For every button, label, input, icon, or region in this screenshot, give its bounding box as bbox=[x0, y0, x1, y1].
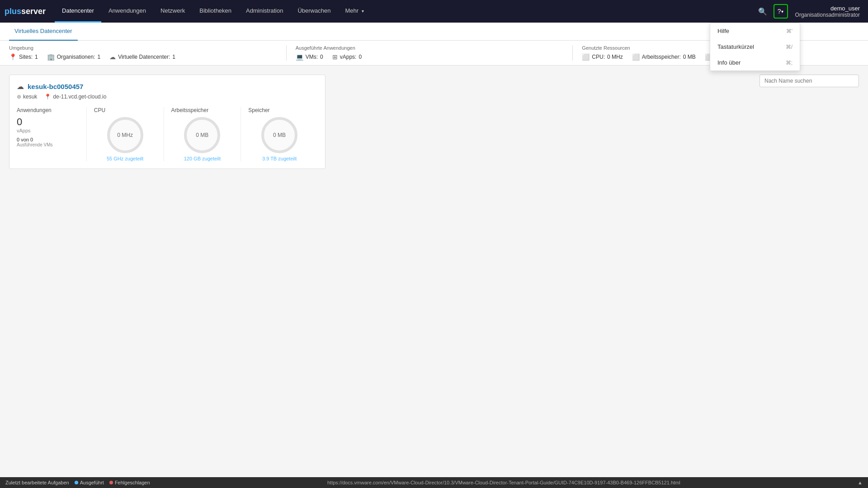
metric-arbeitsspeicher: Arbeitsspeicher 0 MB 120 GB zugeteilt bbox=[164, 107, 241, 161]
vdc-endpoint: 📍 de-11.vcd.get-cloud.io bbox=[44, 94, 106, 100]
nav-item-bibliotheken[interactable]: Bibliotheken bbox=[192, 0, 239, 23]
arbeitsspeicher-gauge: 0 MB 120 GB zugeteilt bbox=[171, 117, 234, 161]
stats-ausgefuehrte: Ausgeführte Anwendungen 💻 VMs: 0 ⊞ vApps… bbox=[287, 45, 573, 61]
vdc-icon: ☁ bbox=[109, 53, 116, 61]
nav-item-uberwachen[interactable]: Überwachen bbox=[290, 0, 338, 23]
vapps-value: 0 bbox=[359, 54, 362, 60]
cpu-gauge: 0 MHz 55 GHz zugeteilt bbox=[94, 117, 156, 161]
user-role-text: Organisationsadministrator bbox=[795, 12, 860, 18]
organisationen-icon: 🏢 bbox=[47, 53, 55, 61]
nav-item-anwendungen[interactable]: Anwendungen bbox=[101, 0, 153, 23]
logo-text: plus bbox=[5, 7, 21, 16]
metric-speicher: Speicher 0 MB 3.9 TB zugeteilt bbox=[241, 107, 318, 161]
info-uber-shortcut: ⌘; bbox=[786, 60, 793, 66]
vapps-label: vApps: bbox=[340, 54, 357, 60]
metric-cpu: CPU 0 MHz 55 GHz zugeteilt bbox=[87, 107, 164, 161]
arbeitsspeicher-gauge-circle: 0 MB bbox=[184, 117, 220, 153]
cpu-metric-label: CPU bbox=[94, 107, 156, 113]
speicher-gauge: 0 MB 3.9 TB zugeteilt bbox=[248, 117, 311, 161]
vms-value: 0 bbox=[320, 54, 323, 60]
vdc-value: 1 bbox=[172, 54, 175, 60]
vdc-card: ☁ kesuk-bc0050457 ⊕ kesuk 📍 de-11.vcd.ge… bbox=[9, 75, 326, 169]
anwendungen-count: 0 bbox=[17, 117, 79, 127]
vdc-metrics: Anwendungen 0 vApps 0 von 0 Ausführende … bbox=[17, 107, 318, 161]
anwendungen-sub: vApps bbox=[17, 128, 79, 133]
stats-ausgefuehrte-items: 💻 VMs: 0 ⊞ vApps: 0 bbox=[296, 53, 564, 61]
nav-items: Datencenter Anwendungen Netzwerk Bibliot… bbox=[55, 0, 755, 23]
nav-item-mehr[interactable]: Mehr bbox=[338, 0, 371, 23]
vapps-icon: ⊞ bbox=[332, 53, 338, 61]
endpoint-icon: 📍 bbox=[44, 94, 51, 100]
app-logo[interactable]: plusserver bbox=[5, 7, 46, 16]
stats-umgebung-items: 📍 Sites: 1 🏢 Organisationen: 1 ☁ Virtuel… bbox=[9, 53, 277, 61]
subnav-tab-virtuelles[interactable]: Virtuelles Datencenter bbox=[9, 23, 78, 41]
hilfe-label: Hilfe bbox=[717, 28, 729, 34]
search-button[interactable]: 🔍 bbox=[755, 4, 770, 19]
vms-icon: 💻 bbox=[296, 53, 303, 61]
stats-ausgefuehrte-title: Ausgeführte Anwendungen bbox=[296, 45, 564, 51]
vdc-label: Virtuelle Datencenter: bbox=[118, 54, 170, 60]
vdc-meta: ⊕ kesuk 📍 de-11.vcd.get-cloud.io bbox=[17, 94, 318, 100]
main-content: ☁ kesuk-bc0050457 ⊕ kesuk 📍 de-11.vcd.ge… bbox=[0, 66, 868, 178]
help-menu-hilfe[interactable]: Hilfe ⌘' bbox=[710, 23, 800, 39]
stat-organisationen: 🏢 Organisationen: 1 bbox=[47, 53, 100, 61]
cpu-value: 0 MHz bbox=[607, 54, 623, 60]
arbeitsspeicher-gauge-value: 0 MB bbox=[196, 132, 208, 138]
speicher-allocated: 3.9 TB zugeteilt bbox=[262, 156, 297, 161]
cpu-icon: ⬜ bbox=[582, 53, 590, 61]
sidebar-search bbox=[760, 75, 859, 169]
arbeitsspeicher-allocated: 120 GB zugeteilt bbox=[184, 156, 221, 161]
anwendungen-label: Anwendungen bbox=[17, 107, 79, 113]
info-uber-label: Info über bbox=[717, 59, 741, 66]
anwendungen-running: 0 von 0 bbox=[17, 137, 79, 142]
nav-item-administration[interactable]: Administration bbox=[239, 0, 290, 23]
stat-cpu: ⬜ CPU: 0 MHz bbox=[582, 53, 623, 61]
nav-item-netzwerk[interactable]: Netzwerk bbox=[153, 0, 192, 23]
cpu-gauge-circle: 0 MHz bbox=[107, 117, 143, 153]
help-button[interactable]: ?▾ bbox=[774, 4, 788, 19]
vdc-title[interactable]: kesuk-bc0050457 bbox=[28, 83, 83, 90]
tastaturkurzel-label: Tastaturkürzel bbox=[717, 43, 754, 50]
user-menu[interactable]: demo_user Organisationsadministrator bbox=[792, 5, 863, 18]
top-navigation: plusserver Datencenter Anwendungen Netzw… bbox=[0, 0, 868, 23]
logo-text-2: server bbox=[21, 7, 46, 16]
cpu-allocated: 55 GHz zugeteilt bbox=[107, 156, 143, 161]
mehr-chevron-icon bbox=[360, 7, 364, 14]
content-area: ☁ kesuk-bc0050457 ⊕ kesuk 📍 de-11.vcd.ge… bbox=[9, 75, 750, 169]
vdc-header: ☁ kesuk-bc0050457 bbox=[17, 82, 318, 91]
sites-icon: 📍 bbox=[9, 53, 17, 61]
stat-arbeitsspeicher: ⬜ Arbeitsspeicher: 0 MB bbox=[632, 53, 696, 61]
endpoint-url: de-11.vcd.get-cloud.io bbox=[53, 94, 106, 100]
arbeitsspeicher-icon: ⬜ bbox=[632, 53, 640, 61]
speicher-metric-label: Speicher bbox=[248, 107, 311, 113]
arbeitsspeicher-metric-label: Arbeitsspeicher bbox=[171, 107, 234, 113]
vdc-cloud-icon: ☁ bbox=[17, 82, 24, 91]
hilfe-shortcut: ⌘' bbox=[786, 28, 793, 34]
arbeitsspeicher-label: Arbeitsspeicher: bbox=[642, 54, 681, 60]
username-text: demo_user bbox=[830, 5, 860, 12]
speicher-gauge-circle: 0 MB bbox=[261, 117, 297, 153]
cpu-gauge-value: 0 MHz bbox=[117, 132, 133, 138]
search-input[interactable] bbox=[760, 75, 859, 87]
vms-label: VMs: bbox=[306, 54, 318, 60]
arbeitsspeicher-value: 0 MB bbox=[683, 54, 696, 60]
nav-item-datacenter[interactable]: Datencenter bbox=[55, 0, 101, 23]
org-name: kesuk bbox=[23, 94, 37, 100]
anwendungen-running-label: Ausführende VMs bbox=[17, 142, 79, 147]
stat-sites: 📍 Sites: 1 bbox=[9, 53, 38, 61]
org-icon: ⊕ bbox=[17, 94, 21, 100]
sites-label: Sites: bbox=[19, 54, 33, 60]
nav-right: 🔍 ?▾ demo_user Organisationsadministrato… bbox=[755, 4, 863, 19]
tastaturkurzel-shortcut: ⌘/ bbox=[786, 44, 793, 50]
speicher-gauge-value: 0 MB bbox=[273, 132, 286, 138]
stats-umgebung: Umgebung 📍 Sites: 1 🏢 Organisationen: 1 … bbox=[9, 45, 287, 61]
stats-umgebung-title: Umgebung bbox=[9, 45, 277, 51]
sites-value: 1 bbox=[35, 54, 38, 60]
organisationen-value: 1 bbox=[97, 54, 100, 60]
stat-vms: 💻 VMs: 0 bbox=[296, 53, 323, 61]
organisationen-label: Organisationen: bbox=[57, 54, 95, 60]
help-menu-tastaturkurzel[interactable]: Tastaturkürzel ⌘/ bbox=[710, 39, 800, 55]
stat-vdc: ☁ Virtuelle Datencenter: 1 bbox=[109, 53, 175, 61]
help-menu-info-uber[interactable]: Info über ⌘; bbox=[710, 55, 800, 70]
metric-anwendungen: Anwendungen 0 vApps 0 von 0 Ausführende … bbox=[17, 107, 87, 161]
